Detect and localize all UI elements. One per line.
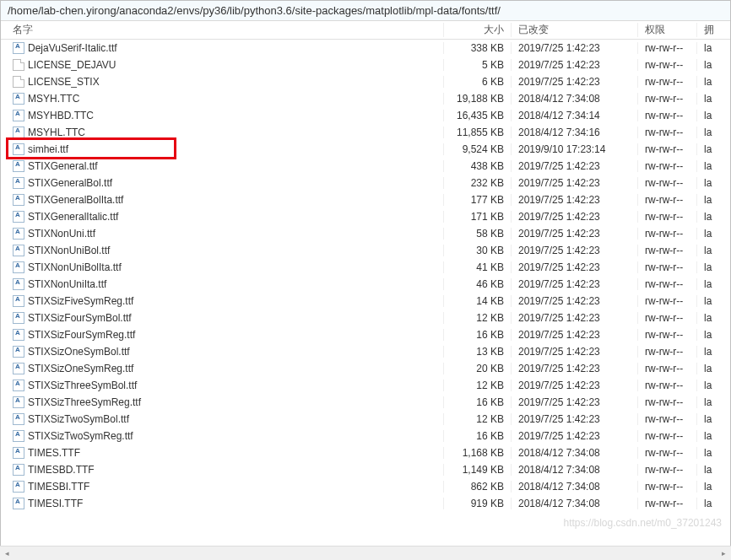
font-file-icon [13, 278, 24, 290]
file-size: 30 KB [444, 245, 512, 256]
file-modified: 2019/7/25 1:42:23 [512, 346, 638, 358]
file-row[interactable]: STIXGeneralBol.ttf232 KB2019/7/25 1:42:2… [1, 175, 730, 191]
file-row[interactable]: STIXSizFourSymBol.ttf12 KB2019/7/25 1:42… [1, 310, 730, 326]
file-owner: la [697, 59, 721, 71]
file-row[interactable]: STIXSizFiveSymReg.ttf14 KB2019/7/25 1:42… [1, 293, 730, 310]
file-owner: la [697, 464, 721, 476]
file-row[interactable]: STIXSizOneSymBol.ttf13 KB2019/7/25 1:42:… [1, 343, 730, 360]
file-owner: la [697, 498, 721, 509]
file-row[interactable]: TIMESBD.TTF1,149 KB2018/4/12 7:34:08rw-r… [1, 461, 730, 478]
file-size: 177 KB [444, 194, 512, 206]
file-size: 12 KB [444, 380, 512, 391]
file-row[interactable]: STIXGeneralItalic.ttf171 KB2019/7/25 1:4… [1, 208, 730, 225]
document-icon [13, 59, 24, 71]
file-row[interactable]: STIXSizThreeSymReg.ttf16 KB2019/7/25 1:4… [1, 394, 730, 411]
font-file-icon [13, 245, 24, 256]
font-file-icon [13, 110, 24, 121]
horizontal-scrollbar[interactable]: ◂ ▸ [0, 546, 731, 560]
file-row[interactable]: STIXSizTwoSymBol.ttf12 KB2019/7/25 1:42:… [1, 411, 730, 428]
file-row[interactable]: STIXSizTwoSymReg.ttf16 KB2019/7/25 1:42:… [1, 428, 730, 444]
file-modified: 2018/4/12 7:34:08 [512, 93, 638, 105]
file-row[interactable]: MSYH.TTC19,188 KB2018/4/12 7:34:08rw-rw-… [1, 90, 730, 107]
file-row[interactable]: STIXNonUniBolIta.ttf41 KB2019/7/25 1:42:… [1, 259, 730, 276]
path-bar[interactable]: /home/lab-chen.yirong/anaconda2/envs/py3… [1, 1, 730, 21]
font-file-icon [13, 160, 24, 172]
column-header-permissions[interactable]: 权限 [638, 23, 697, 37]
file-row[interactable]: LICENSE_DEJAVU5 KB2019/7/25 1:42:23rw-rw… [1, 57, 730, 73]
file-owner: la [697, 42, 721, 54]
file-row[interactable]: STIXSizFourSymReg.ttf16 KB2019/7/25 1:42… [1, 326, 730, 343]
file-name: TIMESBD.TTF [28, 464, 95, 476]
file-row[interactable]: LICENSE_STIX6 KB2019/7/25 1:42:23rw-rw-r… [1, 73, 730, 90]
file-owner: la [697, 160, 721, 172]
file-name: TIMES.TTF [28, 447, 80, 459]
file-row[interactable]: TIMESI.TTF919 KB2018/4/12 7:34:08rw-rw-r… [1, 495, 730, 512]
file-row[interactable]: STIXNonUniIta.ttf46 KB2019/7/25 1:42:23r… [1, 276, 730, 293]
file-row[interactable]: STIXNonUni.ttf58 KB2019/7/25 1:42:23rw-r… [1, 225, 730, 242]
file-size: 338 KB [444, 42, 512, 54]
font-file-icon [13, 498, 24, 509]
file-owner: la [697, 278, 721, 290]
file-name: STIXSizFourSymReg.ttf [28, 329, 135, 341]
file-name: TIMESI.TTF [28, 498, 83, 509]
file-permissions: rw-rw-r-- [638, 312, 697, 324]
column-header-name[interactable]: 名字 [1, 23, 444, 37]
file-name: simhei.ttf [28, 143, 68, 155]
font-file-icon [13, 464, 24, 476]
scroll-right-arrow-icon[interactable]: ▸ [717, 547, 731, 560]
scrollbar-track[interactable] [14, 547, 717, 560]
file-owner: la [697, 261, 721, 273]
file-name: LICENSE_STIX [28, 76, 100, 88]
file-modified: 2018/4/12 7:34:14 [512, 110, 638, 121]
font-file-icon [13, 447, 24, 459]
file-name: TIMESBI.TTF [28, 481, 89, 493]
file-size: 6 KB [444, 76, 512, 88]
file-name: STIXNonUniIta.ttf [28, 278, 106, 290]
file-permissions: rw-rw-r-- [638, 481, 697, 493]
font-file-icon [13, 329, 24, 341]
font-file-icon [13, 413, 24, 425]
file-permissions: rw-rw-r-- [638, 42, 697, 54]
file-row[interactable]: STIXNonUniBol.ttf30 KB2019/7/25 1:42:23r… [1, 242, 730, 259]
file-list[interactable]: DejaVuSerif-Italic.ttf338 KB2019/7/25 1:… [1, 40, 730, 544]
file-row[interactable]: MSYHBD.TTC16,435 KB2018/4/12 7:34:14rw-r… [1, 107, 730, 124]
file-owner: la [697, 346, 721, 358]
column-header-size[interactable]: 大小 [444, 23, 512, 37]
file-modified: 2019/7/25 1:42:23 [512, 59, 638, 71]
scroll-left-arrow-icon[interactable]: ◂ [0, 547, 14, 560]
file-permissions: rw-rw-r-- [638, 396, 697, 408]
file-row[interactable]: TIMESBI.TTF862 KB2018/4/12 7:34:08rw-rw-… [1, 478, 730, 495]
file-permissions: rw-rw-r-- [638, 346, 697, 358]
file-modified: 2018/4/12 7:34:08 [512, 447, 638, 459]
file-row[interactable]: STIXGeneral.ttf438 KB2019/7/25 1:42:23rw… [1, 158, 730, 175]
font-file-icon [13, 127, 24, 138]
column-header-owner[interactable]: 拥 [697, 23, 721, 37]
file-modified: 2018/4/12 7:34:08 [512, 498, 638, 509]
file-row[interactable]: DejaVuSerif-Italic.ttf338 KB2019/7/25 1:… [1, 40, 730, 57]
column-header-modified[interactable]: 已改变 [512, 23, 638, 37]
file-row[interactable]: STIXSizThreeSymBol.ttf12 KB2019/7/25 1:4… [1, 377, 730, 394]
file-permissions: rw-rw-r-- [638, 143, 697, 155]
file-permissions: rw-rw-r-- [638, 380, 697, 391]
file-modified: 2019/7/25 1:42:23 [512, 278, 638, 290]
file-size: 171 KB [444, 211, 512, 223]
file-row[interactable]: STIXGeneralBolIta.ttf177 KB2019/7/25 1:4… [1, 191, 730, 208]
file-name: DejaVuSerif-Italic.ttf [28, 42, 117, 54]
font-file-icon [13, 312, 24, 324]
file-name: STIXSizFourSymBol.ttf [28, 312, 132, 324]
file-permissions: rw-rw-r-- [638, 430, 697, 442]
file-row[interactable]: simhei.ttf9,524 KB2019/9/10 17:23:14rw-r… [1, 141, 730, 158]
file-row[interactable]: STIXSizOneSymReg.ttf20 KB2019/7/25 1:42:… [1, 360, 730, 377]
file-size: 20 KB [444, 363, 512, 374]
file-modified: 2019/9/10 17:23:14 [512, 143, 638, 155]
file-owner: la [697, 143, 721, 155]
file-owner: la [697, 228, 721, 240]
font-file-icon [13, 346, 24, 358]
file-name: STIXGeneral.ttf [28, 160, 98, 172]
file-name: STIXNonUniBolIta.ttf [28, 261, 122, 273]
file-size: 16 KB [444, 329, 512, 341]
file-row[interactable]: TIMES.TTF1,168 KB2018/4/12 7:34:08rw-rw-… [1, 444, 730, 461]
file-row[interactable]: MSYHL.TTC11,855 KB2018/4/12 7:34:16rw-rw… [1, 124, 730, 141]
file-permissions: rw-rw-r-- [638, 127, 697, 138]
file-size: 13 KB [444, 346, 512, 358]
